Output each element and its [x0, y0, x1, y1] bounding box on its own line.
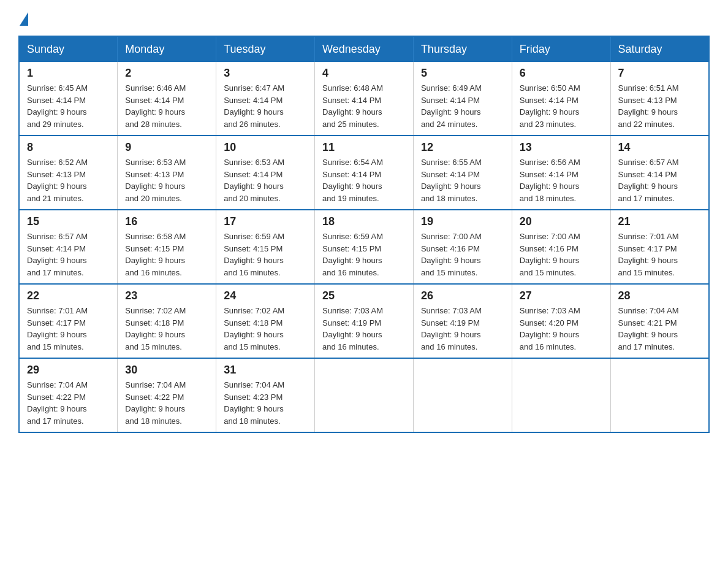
- calendar-cell: 15 Sunrise: 6:57 AMSunset: 4:14 PMDaylig…: [19, 210, 118, 284]
- calendar-cell: 3 Sunrise: 6:47 AMSunset: 4:14 PMDayligh…: [216, 62, 315, 136]
- day-info: Sunrise: 7:03 AMSunset: 4:19 PMDaylight:…: [322, 306, 383, 351]
- day-number: 17: [224, 215, 307, 228]
- day-number: 3: [224, 67, 307, 80]
- calendar-cell: 14 Sunrise: 6:57 AMSunset: 4:14 PMDaylig…: [610, 136, 709, 210]
- day-info: Sunrise: 6:54 AMSunset: 4:14 PMDaylight:…: [322, 158, 383, 203]
- day-info: Sunrise: 7:02 AMSunset: 4:18 PMDaylight:…: [224, 306, 284, 351]
- calendar-cell: 6 Sunrise: 6:50 AMSunset: 4:14 PMDayligh…: [512, 62, 610, 136]
- day-info: Sunrise: 7:00 AMSunset: 4:16 PMDaylight:…: [421, 232, 482, 277]
- day-number: 7: [618, 67, 701, 80]
- calendar-cell: 19 Sunrise: 7:00 AMSunset: 4:16 PMDaylig…: [413, 210, 512, 284]
- logo: [18, 12, 29, 23]
- day-of-week-header: Saturday: [610, 36, 709, 62]
- day-info: Sunrise: 7:02 AMSunset: 4:18 PMDaylight:…: [125, 306, 186, 351]
- day-number: 25: [322, 289, 406, 302]
- day-info: Sunrise: 6:53 AMSunset: 4:14 PMDaylight:…: [224, 158, 284, 203]
- calendar-cell: 20 Sunrise: 7:00 AMSunset: 4:16 PMDaylig…: [512, 210, 610, 284]
- calendar-cell: 9 Sunrise: 6:53 AMSunset: 4:13 PMDayligh…: [118, 136, 216, 210]
- day-info: Sunrise: 6:48 AMSunset: 4:14 PMDaylight:…: [322, 83, 383, 129]
- day-info: Sunrise: 7:04 AMSunset: 4:21 PMDaylight:…: [618, 306, 679, 351]
- day-number: 30: [125, 364, 208, 377]
- day-number: 13: [520, 141, 603, 154]
- day-of-week-header: Monday: [118, 36, 216, 62]
- calendar-cell: 17 Sunrise: 6:59 AMSunset: 4:15 PMDaylig…: [216, 210, 315, 284]
- day-number: 21: [618, 215, 701, 228]
- day-number: 20: [520, 215, 603, 228]
- calendar-cell: 30 Sunrise: 7:04 AMSunset: 4:22 PMDaylig…: [118, 358, 216, 432]
- calendar-cell: 16 Sunrise: 6:58 AMSunset: 4:15 PMDaylig…: [118, 210, 216, 284]
- calendar-cell: 7 Sunrise: 6:51 AMSunset: 4:13 PMDayligh…: [610, 62, 709, 136]
- day-number: 15: [27, 215, 110, 228]
- day-of-week-row: SundayMondayTuesdayWednesdayThursdayFrid…: [19, 36, 709, 62]
- day-info: Sunrise: 6:57 AMSunset: 4:14 PMDaylight:…: [27, 232, 88, 277]
- calendar-cell: 1 Sunrise: 6:45 AMSunset: 4:14 PMDayligh…: [19, 62, 118, 136]
- calendar-cell: 12 Sunrise: 6:55 AMSunset: 4:14 PMDaylig…: [413, 136, 512, 210]
- calendar-week-row: 29 Sunrise: 7:04 AMSunset: 4:22 PMDaylig…: [19, 358, 709, 432]
- day-number: 14: [618, 141, 701, 154]
- page-header: [18, 12, 710, 23]
- calendar-cell: 21 Sunrise: 7:01 AMSunset: 4:17 PMDaylig…: [610, 210, 709, 284]
- day-number: 5: [421, 67, 504, 80]
- day-number: 27: [520, 289, 603, 302]
- day-info: Sunrise: 6:58 AMSunset: 4:15 PMDaylight:…: [125, 232, 186, 277]
- day-info: Sunrise: 7:03 AMSunset: 4:19 PMDaylight:…: [421, 306, 482, 351]
- day-info: Sunrise: 6:56 AMSunset: 4:14 PMDaylight:…: [520, 158, 580, 203]
- day-number: 24: [224, 289, 307, 302]
- calendar-cell: 10 Sunrise: 6:53 AMSunset: 4:14 PMDaylig…: [216, 136, 315, 210]
- day-of-week-header: Thursday: [413, 36, 512, 62]
- day-number: 23: [125, 289, 208, 302]
- calendar-cell: 31 Sunrise: 7:04 AMSunset: 4:23 PMDaylig…: [216, 358, 315, 432]
- calendar-body: 1 Sunrise: 6:45 AMSunset: 4:14 PMDayligh…: [19, 62, 709, 432]
- calendar-cell: [413, 358, 512, 432]
- calendar-week-row: 22 Sunrise: 7:01 AMSunset: 4:17 PMDaylig…: [19, 284, 709, 358]
- calendar-week-row: 1 Sunrise: 6:45 AMSunset: 4:14 PMDayligh…: [19, 62, 709, 136]
- day-number: 22: [27, 289, 110, 302]
- day-info: Sunrise: 7:04 AMSunset: 4:22 PMDaylight:…: [125, 380, 186, 426]
- calendar-cell: 25 Sunrise: 7:03 AMSunset: 4:19 PMDaylig…: [315, 284, 414, 358]
- calendar-cell: 27 Sunrise: 7:03 AMSunset: 4:20 PMDaylig…: [512, 284, 610, 358]
- day-of-week-header: Tuesday: [216, 36, 315, 62]
- day-info: Sunrise: 6:51 AMSunset: 4:13 PMDaylight:…: [618, 83, 679, 129]
- day-number: 16: [125, 215, 208, 228]
- calendar-cell: 24 Sunrise: 7:02 AMSunset: 4:18 PMDaylig…: [216, 284, 315, 358]
- day-info: Sunrise: 6:55 AMSunset: 4:14 PMDaylight:…: [421, 158, 482, 203]
- calendar-cell: 2 Sunrise: 6:46 AMSunset: 4:14 PMDayligh…: [118, 62, 216, 136]
- day-info: Sunrise: 7:03 AMSunset: 4:20 PMDaylight:…: [520, 306, 580, 351]
- day-info: Sunrise: 6:50 AMSunset: 4:14 PMDaylight:…: [520, 83, 580, 129]
- day-info: Sunrise: 6:49 AMSunset: 4:14 PMDaylight:…: [421, 83, 482, 129]
- calendar-cell: 23 Sunrise: 7:02 AMSunset: 4:18 PMDaylig…: [118, 284, 216, 358]
- calendar-week-row: 15 Sunrise: 6:57 AMSunset: 4:14 PMDaylig…: [19, 210, 709, 284]
- day-number: 19: [421, 215, 504, 228]
- calendar-cell: [512, 358, 610, 432]
- day-number: 18: [322, 215, 406, 228]
- day-info: Sunrise: 6:47 AMSunset: 4:14 PMDaylight:…: [224, 83, 284, 129]
- day-info: Sunrise: 6:46 AMSunset: 4:14 PMDaylight:…: [125, 83, 186, 129]
- calendar-cell: 28 Sunrise: 7:04 AMSunset: 4:21 PMDaylig…: [610, 284, 709, 358]
- day-info: Sunrise: 7:01 AMSunset: 4:17 PMDaylight:…: [618, 232, 679, 277]
- day-number: 26: [421, 289, 504, 302]
- day-number: 28: [618, 289, 701, 302]
- calendar-cell: 5 Sunrise: 6:49 AMSunset: 4:14 PMDayligh…: [413, 62, 512, 136]
- day-info: Sunrise: 6:45 AMSunset: 4:14 PMDaylight:…: [27, 83, 88, 129]
- day-number: 4: [322, 67, 406, 80]
- day-info: Sunrise: 7:00 AMSunset: 4:16 PMDaylight:…: [520, 232, 580, 277]
- day-of-week-header: Wednesday: [315, 36, 414, 62]
- calendar-cell: 11 Sunrise: 6:54 AMSunset: 4:14 PMDaylig…: [315, 136, 414, 210]
- day-info: Sunrise: 6:57 AMSunset: 4:14 PMDaylight:…: [618, 158, 679, 203]
- day-info: Sunrise: 7:04 AMSunset: 4:23 PMDaylight:…: [224, 380, 284, 426]
- day-number: 2: [125, 67, 208, 80]
- day-of-week-header: Friday: [512, 36, 610, 62]
- day-number: 29: [27, 364, 110, 377]
- calendar-cell: 26 Sunrise: 7:03 AMSunset: 4:19 PMDaylig…: [413, 284, 512, 358]
- day-number: 9: [125, 141, 208, 154]
- calendar-cell: [610, 358, 709, 432]
- calendar-cell: 8 Sunrise: 6:52 AMSunset: 4:13 PMDayligh…: [19, 136, 118, 210]
- calendar-cell: [315, 358, 414, 432]
- calendar-cell: 4 Sunrise: 6:48 AMSunset: 4:14 PMDayligh…: [315, 62, 414, 136]
- day-number: 1: [27, 67, 110, 80]
- calendar-week-row: 8 Sunrise: 6:52 AMSunset: 4:13 PMDayligh…: [19, 136, 709, 210]
- day-info: Sunrise: 6:59 AMSunset: 4:15 PMDaylight:…: [322, 232, 383, 277]
- day-number: 11: [322, 141, 406, 154]
- day-number: 6: [520, 67, 603, 80]
- day-info: Sunrise: 6:52 AMSunset: 4:13 PMDaylight:…: [27, 158, 88, 203]
